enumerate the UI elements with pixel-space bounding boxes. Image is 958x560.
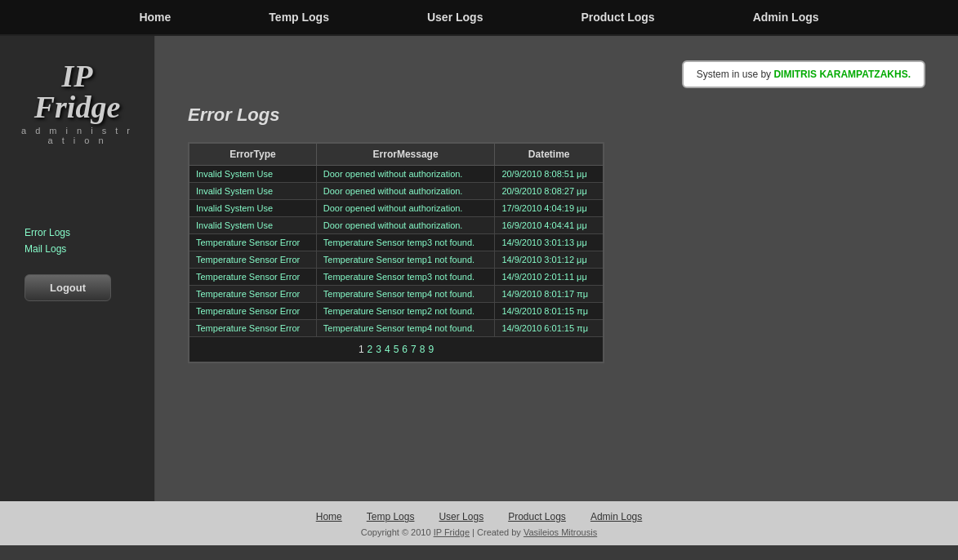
footer-nav-user-logs[interactable]: User Logs xyxy=(439,511,483,522)
pagination-current: 1 xyxy=(359,344,364,355)
pagination-page-4[interactable]: 4 xyxy=(385,344,390,355)
col-header-datetime: Datetime xyxy=(495,143,604,166)
sidebar: IP Fridge a d m i n i s t r a t i o n Er… xyxy=(0,36,155,501)
pagination-page-3[interactable]: 3 xyxy=(376,344,381,355)
sidebar-links: Error Logs Mail Logs xyxy=(16,227,138,255)
footer-site-link[interactable]: IP Fridge xyxy=(434,527,470,537)
table-cell-9-1: Temperature Sensor temp4 not found. xyxy=(316,320,495,337)
table-row: Temperature Sensor ErrorTemperature Sens… xyxy=(189,286,604,303)
table-row: Temperature Sensor ErrorTemperature Sens… xyxy=(189,269,604,286)
table-cell-5-0: Temperature Sensor Error xyxy=(189,251,316,269)
table-cell-2-2: 17/9/2010 4:04:19 μμ xyxy=(495,200,604,217)
error-table-body: Invalid System UseDoor opened without au… xyxy=(189,166,604,337)
table-row: Temperature Sensor ErrorTemperature Sens… xyxy=(189,251,604,269)
table-cell-8-1: Temperature Sensor temp2 not found. xyxy=(316,303,495,320)
pagination-page-7[interactable]: 7 xyxy=(411,344,417,355)
table-cell-8-0: Temperature Sensor Error xyxy=(189,303,316,320)
table-cell-8-2: 14/9/2010 8:01:15 πμ xyxy=(495,303,604,320)
table-row: Invalid System UseDoor opened without au… xyxy=(189,166,604,183)
table-cell-6-0: Temperature Sensor Error xyxy=(189,269,316,286)
footer: Home Temp Logs User Logs Product Logs Ad… xyxy=(0,501,958,545)
logo-sub: a d m i n i s t r a t i o n xyxy=(16,126,138,145)
table-cell-9-2: 14/9/2010 6:01:15 πμ xyxy=(495,320,604,337)
logo-text: IP Fridge xyxy=(16,60,138,122)
nav-admin-logs[interactable]: Admin Logs xyxy=(753,11,819,24)
table-row: Temperature Sensor ErrorTemperature Sens… xyxy=(189,303,604,320)
sidebar-link-error-logs[interactable]: Error Logs xyxy=(25,227,138,238)
error-table: ErrorType ErrorMessage Datetime Invalid … xyxy=(188,142,604,363)
table-cell-9-0: Temperature Sensor Error xyxy=(189,320,316,337)
table-cell-6-2: 14/9/2010 2:01:11 μμ xyxy=(495,269,604,286)
main-wrapper: IP Fridge a d m i n i s t r a t i o n Er… xyxy=(0,36,958,501)
table-cell-6-1: Temperature Sensor temp3 not found. xyxy=(316,269,495,286)
footer-nav: Home Temp Logs User Logs Product Logs Ad… xyxy=(0,511,958,522)
pagination-page-5[interactable]: 5 xyxy=(394,344,399,355)
table-cell-7-2: 14/9/2010 8:01:17 πμ xyxy=(495,286,604,303)
table-cell-1-2: 20/9/2010 8:08:27 μμ xyxy=(495,183,604,200)
table-cell-0-2: 20/9/2010 8:08:51 μμ xyxy=(495,166,604,183)
table-cell-3-0: Invalid System Use xyxy=(189,217,316,234)
footer-nav-product-logs[interactable]: Product Logs xyxy=(508,511,566,522)
system-notice: System in use by DIMITRIS KARAMPATZAKHS. xyxy=(682,60,925,88)
nav-user-logs[interactable]: User Logs xyxy=(427,11,483,24)
footer-nav-home[interactable]: Home xyxy=(316,511,342,522)
content-area: System in use by DIMITRIS KARAMPATZAKHS.… xyxy=(155,36,958,501)
footer-creator-text: | Created by xyxy=(470,527,524,537)
table-cell-1-1: Door opened without authorization. xyxy=(316,183,495,200)
table-cell-7-1: Temperature Sensor temp4 not found. xyxy=(316,286,495,303)
table-row: Invalid System UseDoor opened without au… xyxy=(189,183,604,200)
system-notice-label: System in use by xyxy=(697,69,774,80)
table-cell-2-0: Invalid System Use xyxy=(189,200,316,217)
table-cell-4-0: Temperature Sensor Error xyxy=(189,234,316,251)
pagination-row: 123456789 xyxy=(189,337,604,363)
system-notice-user: DIMITRIS KARAMPATZAKHS. xyxy=(773,69,911,80)
pagination-cell: 123456789 xyxy=(189,337,604,363)
col-header-errortype: ErrorType xyxy=(189,143,316,166)
table-cell-4-1: Temperature Sensor temp3 not found. xyxy=(316,234,495,251)
table-row: Invalid System UseDoor opened without au… xyxy=(189,200,604,217)
table-cell-5-2: 14/9/2010 3:01:12 μμ xyxy=(495,251,604,269)
nav-product-logs[interactable]: Product Logs xyxy=(581,11,654,24)
top-navigation: Home Temp Logs User Logs Product Logs Ad… xyxy=(0,0,958,36)
nav-home[interactable]: Home xyxy=(139,11,171,24)
logo-area: IP Fridge a d m i n i s t r a t i o n xyxy=(16,60,138,145)
col-header-errormessage: ErrorMessage xyxy=(316,143,495,166)
footer-creator-link[interactable]: Vasileios Mitrousis xyxy=(524,527,597,537)
table-cell-1-0: Invalid System Use xyxy=(189,183,316,200)
pagination-page-2[interactable]: 2 xyxy=(368,344,373,355)
pagination-page-9[interactable]: 9 xyxy=(428,344,434,355)
pagination-page-8[interactable]: 8 xyxy=(420,344,426,355)
table-cell-0-1: Door opened without authorization. xyxy=(316,166,495,183)
nav-temp-logs[interactable]: Temp Logs xyxy=(269,11,329,24)
sidebar-link-mail-logs[interactable]: Mail Logs xyxy=(25,243,138,255)
footer-nav-temp-logs[interactable]: Temp Logs xyxy=(367,511,415,522)
table-row: Temperature Sensor ErrorTemperature Sens… xyxy=(189,320,604,337)
footer-nav-admin-logs[interactable]: Admin Logs xyxy=(590,511,642,522)
logout-button[interactable]: Logout xyxy=(25,274,111,301)
pagination-page-6[interactable]: 6 xyxy=(402,344,408,355)
footer-copy-text: Copyright © 2010 xyxy=(361,527,434,537)
footer-copyright: Copyright © 2010 IP Fridge | Created by … xyxy=(0,527,958,537)
page-title: Error Logs xyxy=(188,96,925,126)
table-row: Temperature Sensor ErrorTemperature Sens… xyxy=(189,234,604,251)
table-cell-3-1: Door opened without authorization. xyxy=(316,217,495,234)
table-cell-5-1: Temperature Sensor temp1 not found. xyxy=(316,251,495,269)
table-cell-7-0: Temperature Sensor Error xyxy=(189,286,316,303)
table-cell-0-0: Invalid System Use xyxy=(189,166,316,183)
table-cell-2-1: Door opened without authorization. xyxy=(316,200,495,217)
table-cell-4-2: 14/9/2010 3:01:13 μμ xyxy=(495,234,604,251)
table-cell-3-2: 16/9/2010 4:04:41 μμ xyxy=(495,217,604,234)
table-row: Invalid System UseDoor opened without au… xyxy=(189,217,604,234)
